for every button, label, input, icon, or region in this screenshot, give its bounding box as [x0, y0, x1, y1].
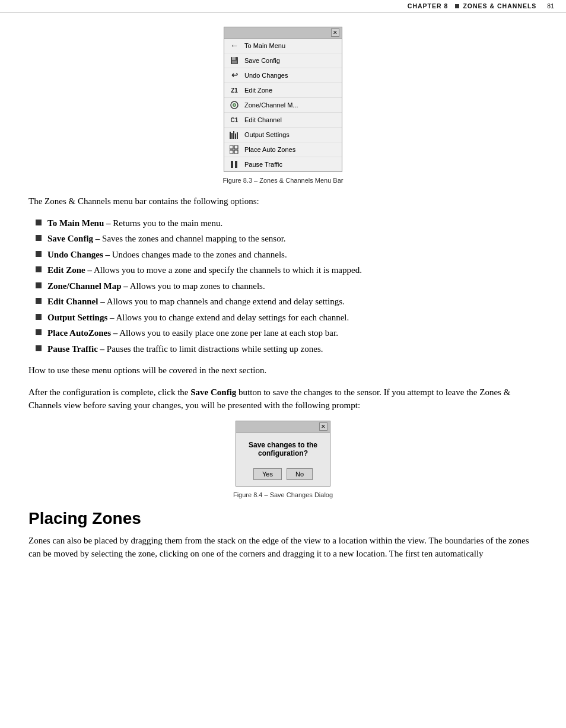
bold-label: Zone/Channel Map –	[47, 281, 128, 291]
menu-item-to-main-menu[interactable]: ← To Main Menu	[224, 39, 342, 53]
no-button[interactable]: No	[287, 468, 313, 480]
page-content: ✕ ← To Main Menu Save Config ↩ U	[0, 12, 566, 583]
list-item-edit-zone: Edit Zone – Allows you to move a zone an…	[36, 263, 538, 277]
list-item-edit-channel: Edit Channel – Allows you to map channel…	[36, 295, 538, 309]
list-item-text: To Main Menu – Returns you to the main m…	[47, 217, 222, 230]
zone-channel-icon	[229, 100, 240, 110]
list-item-text: Save Config – Saves the zones and channe…	[47, 232, 286, 246]
list-item-text: Zone/Channel Map – Allows you to map zon…	[47, 279, 265, 293]
svg-point-5	[234, 104, 235, 106]
bold-label: Edit Channel –	[47, 297, 105, 306]
yes-button[interactable]: Yes	[253, 468, 282, 480]
bold-label: Pause Traffic –	[47, 344, 104, 354]
list-item-place-autozones: Place AutoZones – Allows you to easily p…	[36, 326, 538, 340]
svg-rect-16	[235, 161, 237, 168]
svg-rect-15	[231, 161, 233, 168]
bold-label: Save Config –	[47, 234, 100, 243]
menu-label-output-settings: Output Settings	[244, 131, 290, 138]
save-dialog-titlebar: ✕	[236, 421, 330, 433]
list-item-pause-traffic: Pause Traffic – Pauses the traffic to li…	[36, 342, 538, 356]
list-item-text: Pause Traffic – Pauses the traffic to li…	[47, 342, 323, 356]
intro-paragraph: The Zones & Channels menu bar contains t…	[28, 195, 538, 208]
list-item-zone-channel-map: Zone/Channel Map – Allows you to map zon…	[36, 279, 538, 293]
menu-item-edit-zone[interactable]: Z1 Edit Zone	[224, 83, 342, 98]
followup-paragraph: How to use these menu options will be co…	[28, 364, 538, 377]
placing-zones-heading: Placing Zones	[28, 509, 538, 528]
menu-options-list: To Main Menu – Returns you to the main m…	[36, 217, 538, 356]
z1-icon: Z1	[229, 85, 240, 96]
section-label: ZONES & CHANNELS	[463, 2, 536, 9]
place-auto-zones-icon	[229, 144, 240, 155]
bullet-icon	[36, 329, 42, 335]
menu-label-edit-channel: Edit Channel	[244, 116, 282, 123]
svg-rect-13	[230, 150, 233, 154]
menu-label-edit-zone: Edit Zone	[244, 87, 272, 94]
menu-item-save-config[interactable]: Save Config	[224, 53, 342, 68]
menu-label-pause-traffic: Pause Traffic	[244, 161, 282, 168]
output-settings-icon	[229, 129, 240, 140]
save-dialog-close-button[interactable]: ✕	[319, 422, 327, 431]
save-config-bold: Save Config	[190, 387, 236, 397]
menu-item-pause-traffic[interactable]: Pause Traffic	[224, 157, 342, 171]
placing-zones-paragraph: Zones can also be placed by dragging the…	[28, 534, 538, 561]
bold-label: To Main Menu –	[47, 218, 111, 228]
save-dialog-buttons: Yes No	[236, 463, 330, 486]
list-item-to-main-menu: To Main Menu – Returns you to the main m…	[36, 217, 538, 230]
header-divider-icon	[455, 4, 459, 8]
dialog-close-button[interactable]: ✕	[331, 28, 339, 37]
list-item-undo-changes: Undo Changes – Undoes changes made to th…	[36, 248, 538, 262]
bullet-icon	[36, 251, 42, 257]
list-item-text: Edit Channel – Allows you to map channel…	[47, 295, 345, 309]
save-changes-dialog: ✕ Save changes to the configuration? Yes…	[236, 421, 330, 487]
bullet-icon	[36, 345, 42, 351]
svg-rect-14	[234, 150, 238, 154]
svg-rect-9	[235, 133, 236, 139]
undo-icon: ↩	[229, 70, 240, 81]
arrow-left-icon: ←	[229, 40, 240, 51]
bold-label: Edit Zone –	[47, 265, 92, 275]
bold-label: Place AutoZones –	[47, 328, 117, 338]
figure-8-3-container: ✕ ← To Main Menu Save Config ↩ U	[28, 27, 538, 184]
menu-label-place-auto-zones: Place Auto Zones	[244, 146, 295, 153]
bullet-icon	[36, 220, 42, 225]
list-item-text: Place AutoZones – Allows you to easily p…	[47, 326, 338, 340]
list-item-output-settings: Output Settings – Allows you to change e…	[36, 311, 538, 325]
menu-label-save-config: Save Config	[244, 57, 280, 64]
save-dialog-message: Save changes to the configuration?	[236, 433, 330, 463]
save-icon	[229, 55, 240, 66]
figure-8-4-container: ✕ Save changes to the configuration? Yes…	[28, 421, 538, 498]
menu-label-to-main-menu: To Main Menu	[244, 42, 285, 49]
svg-rect-6	[230, 132, 231, 139]
menu-label-zone-channel-map: Zone/Channel M...	[244, 101, 298, 109]
bullet-icon	[36, 282, 42, 288]
c1-icon: C1	[229, 115, 240, 125]
figure-8-4-caption: Figure 8.4 – Save Changes Dialog	[28, 491, 538, 498]
menu-item-zone-channel-map[interactable]: Zone/Channel M...	[224, 98, 342, 113]
bullet-icon	[36, 235, 42, 241]
list-item-text: Undo Changes – Undoes changes made to th…	[47, 248, 287, 262]
bold-label: Output Settings –	[47, 313, 115, 322]
svg-rect-1	[232, 57, 236, 60]
dialog-titlebar: ✕	[224, 27, 342, 39]
bold-label: Undo Changes –	[47, 250, 110, 259]
menu-bar-dialog: ✕ ← To Main Menu Save Config ↩ U	[224, 27, 342, 172]
save-dialog-line1: Save changes to the	[249, 441, 317, 449]
save-intro-paragraph: After the configuration is complete, cli…	[28, 386, 538, 412]
menu-item-undo-changes[interactable]: ↩ Undo Changes	[224, 68, 342, 83]
svg-rect-2	[232, 61, 237, 63]
list-item-text: Output Settings – Allows you to change e…	[47, 311, 349, 325]
svg-rect-10	[237, 132, 238, 139]
menu-item-place-auto-zones[interactable]: Place Auto Zones	[224, 142, 342, 157]
svg-rect-8	[233, 131, 234, 139]
bullet-icon	[36, 298, 42, 304]
figure-8-3-caption: Figure 8.3 – Zones & Channels Menu Bar	[28, 177, 538, 184]
svg-rect-7	[231, 133, 233, 139]
page-header: CHAPTER 8 ZONES & CHANNELS 81	[0, 0, 566, 12]
menu-item-edit-channel[interactable]: C1 Edit Channel	[224, 113, 342, 128]
page-number: 81	[547, 2, 554, 9]
svg-rect-11	[230, 145, 233, 149]
pause-traffic-icon	[229, 159, 240, 170]
bullet-icon	[36, 314, 42, 320]
chapter-label: CHAPTER 8	[408, 2, 449, 9]
menu-item-output-settings[interactable]: Output Settings	[224, 128, 342, 142]
